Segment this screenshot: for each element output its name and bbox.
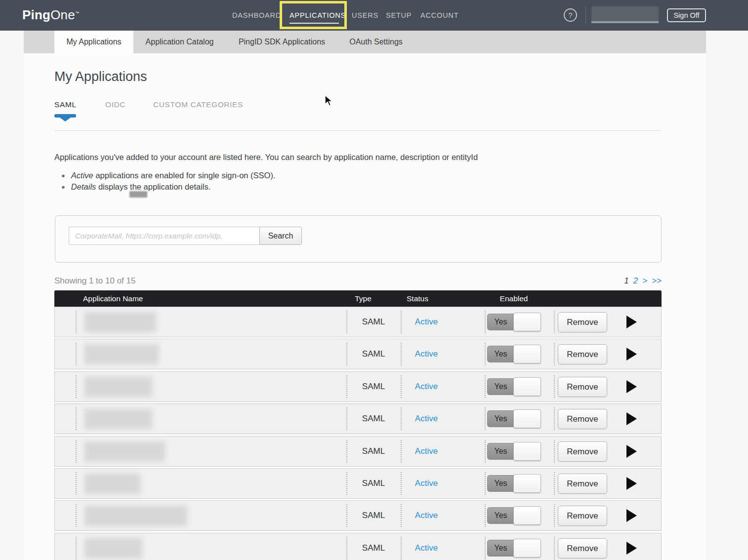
drag-handle-dotted[interactable] (76, 504, 77, 527)
search-input[interactable] (69, 227, 259, 245)
toggle-knob[interactable] (513, 506, 541, 525)
table-row: SAML Active Yes Remove (54, 533, 662, 560)
drag-handle-dotted[interactable] (76, 407, 77, 430)
remove-button[interactable]: Remove (558, 377, 607, 397)
enabled-toggle[interactable]: Yes (487, 507, 540, 524)
details-arrow-icon[interactable] (626, 412, 637, 425)
status-active-link[interactable]: Active (401, 437, 452, 466)
enabled-toggle[interactable]: Yes (487, 410, 540, 427)
subtab-oidc[interactable]: OIDC (105, 100, 125, 109)
toggle-knob[interactable] (513, 345, 541, 363)
column-separator (554, 311, 555, 333)
toggle-knob[interactable] (513, 539, 541, 558)
enabled-toggle[interactable]: Yes (487, 314, 540, 330)
status-active-link[interactable]: Active (401, 372, 452, 401)
toggle-knob[interactable] (513, 442, 541, 461)
tab-application-catalog[interactable]: Application Catalog (141, 31, 218, 53)
details-arrow-icon[interactable] (626, 445, 637, 458)
tab-pingid-sdk-applications[interactable]: PingID SDK Applications (235, 31, 329, 53)
toggle-yes-label: Yes (487, 410, 514, 427)
bullet-dot: ● (61, 172, 65, 179)
user-email-redacted (591, 6, 659, 23)
remove-button[interactable]: Remove (558, 312, 607, 332)
drag-handle-dotted[interactable] (76, 440, 77, 463)
nav-item-setup[interactable]: SETUP (386, 11, 412, 19)
remove-button[interactable]: Remove (558, 441, 607, 462)
nav-item-applications[interactable]: APPLICATIONS (290, 11, 346, 19)
subtab-saml[interactable]: SAML (54, 100, 77, 109)
toggle-knob[interactable] (513, 377, 541, 396)
status-active-link[interactable]: Active (401, 501, 452, 530)
bullet-rest: displays the application details. (96, 182, 210, 191)
remove-button[interactable]: Remove (558, 409, 607, 429)
showing-count-text: Showing 1 to 10 of 15 (54, 276, 135, 286)
status-active-link[interactable]: Active (401, 533, 452, 560)
toggle-knob[interactable] (513, 409, 541, 428)
nav-item-dashboard[interactable]: DASHBOARD (232, 11, 281, 19)
remove-button[interactable]: Remove (558, 506, 607, 526)
remove-button[interactable]: Remove (558, 474, 607, 494)
pagination-next[interactable]: > (642, 276, 647, 285)
column-separator (485, 504, 486, 527)
table-header: Application Name Type Status Enabled (54, 290, 662, 307)
enabled-toggle[interactable]: Yes (487, 378, 540, 395)
enabled-toggle[interactable]: Yes (487, 346, 540, 362)
tab-my-applications[interactable]: My Applications (54, 31, 133, 53)
subtab-custom-categories[interactable]: CUSTOM CATEGORIES (153, 100, 243, 109)
drag-handle-dotted[interactable] (76, 537, 77, 560)
bullet-lead: Details (71, 182, 96, 191)
column-header-status: Status (390, 290, 445, 307)
sign-off-button[interactable]: Sign Off (667, 8, 706, 22)
enabled-toggle[interactable]: Yes (487, 443, 540, 460)
logo-light: One (50, 7, 75, 22)
drag-handle-dotted[interactable] (76, 472, 77, 495)
status-active-link[interactable]: Active (401, 339, 452, 369)
toggle-yes-label: Yes (487, 475, 514, 492)
drag-handle-dotted[interactable] (76, 375, 77, 398)
details-arrow-icon[interactable] (626, 380, 637, 393)
tab-oauth-settings[interactable]: OAuth Settings (346, 31, 406, 53)
drag-handle-dotted[interactable] (76, 343, 77, 365)
nav-item-users[interactable]: USERS (352, 11, 378, 19)
nav-item-account[interactable]: ACCOUNT (420, 11, 458, 19)
application-name-redacted (84, 312, 156, 332)
pagination-last[interactable]: >> (652, 276, 662, 285)
logo-trademark: ™ (75, 11, 79, 15)
details-arrow-icon[interactable] (626, 477, 637, 490)
search-button[interactable]: Search (259, 227, 302, 245)
help-icon[interactable]: ? (564, 8, 577, 22)
type-cell: SAML (346, 533, 401, 560)
status-active-link[interactable]: Active (401, 404, 452, 434)
nav-divider (585, 6, 586, 24)
bullet-lead: Active (71, 171, 93, 180)
drag-handle-dotted[interactable] (76, 311, 77, 333)
toggle-knob[interactable] (513, 313, 541, 331)
saml-active-indicator (54, 114, 76, 118)
app-tab-strip: My Applications Application Catalog Ping… (24, 31, 706, 53)
toggle-yes-label: Yes (487, 443, 514, 460)
details-arrow-icon[interactable] (626, 316, 637, 328)
column-separator (554, 407, 555, 430)
details-arrow-icon[interactable] (626, 542, 637, 555)
toggle-knob[interactable] (513, 474, 541, 493)
status-active-link[interactable]: Active (401, 469, 452, 498)
toggle-yes-label: Yes (487, 507, 514, 524)
saml-active-indicator-notch (60, 118, 71, 121)
enabled-toggle[interactable]: Yes (487, 475, 540, 492)
column-separator (485, 407, 486, 430)
type-cell: SAML (346, 339, 401, 369)
pagination-page-2[interactable]: 2 (633, 276, 638, 285)
remove-button[interactable]: Remove (558, 344, 607, 364)
toggle-yes-label: Yes (487, 346, 514, 362)
status-active-link[interactable]: Active (401, 307, 452, 337)
pagination: 12>>> (620, 276, 662, 286)
application-name-redacted (84, 377, 152, 397)
details-arrow-icon[interactable] (626, 348, 637, 360)
column-separator (485, 343, 486, 365)
enabled-toggle[interactable]: Yes (487, 540, 540, 557)
remove-button[interactable]: Remove (558, 538, 607, 559)
details-arrow-icon[interactable] (626, 509, 637, 522)
column-separator (554, 504, 555, 527)
application-name-redacted (84, 474, 140, 494)
section-divider (54, 130, 662, 131)
